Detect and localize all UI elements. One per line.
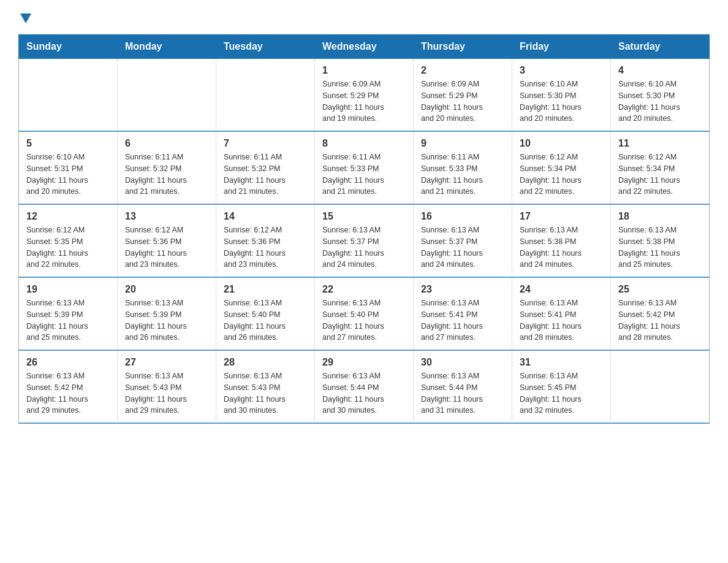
day-info: Sunrise: 6:13 AM Sunset: 5:38 PM Dayligh… (520, 224, 603, 270)
calendar-cell: 9Sunrise: 6:11 AM Sunset: 5:33 PM Daylig… (414, 131, 512, 204)
calendar-cell: 21Sunrise: 6:13 AM Sunset: 5:40 PM Dayli… (216, 277, 315, 350)
calendar-header-friday: Friday (512, 35, 611, 59)
calendar-cell: 10Sunrise: 6:12 AM Sunset: 5:34 PM Dayli… (512, 131, 611, 204)
calendar-week-row: 5Sunrise: 6:10 AM Sunset: 5:31 PM Daylig… (19, 131, 710, 204)
day-number: 27 (125, 357, 208, 368)
calendar-cell: 16Sunrise: 6:13 AM Sunset: 5:37 PM Dayli… (414, 204, 512, 277)
day-info: Sunrise: 6:13 AM Sunset: 5:45 PM Dayligh… (520, 370, 603, 416)
calendar-cell: 25Sunrise: 6:13 AM Sunset: 5:42 PM Dayli… (611, 277, 710, 350)
calendar-cell (611, 350, 710, 423)
calendar-cell: 6Sunrise: 6:11 AM Sunset: 5:32 PM Daylig… (118, 131, 216, 204)
day-info: Sunrise: 6:13 AM Sunset: 5:40 PM Dayligh… (224, 297, 307, 343)
day-number: 26 (26, 357, 110, 368)
calendar-header-saturday: Saturday (611, 35, 710, 59)
day-number: 10 (520, 138, 603, 149)
day-info: Sunrise: 6:10 AM Sunset: 5:30 PM Dayligh… (618, 79, 702, 124)
day-info: Sunrise: 6:10 AM Sunset: 5:31 PM Dayligh… (26, 151, 110, 197)
calendar-header-monday: Monday (118, 35, 216, 59)
calendar-cell: 12Sunrise: 6:12 AM Sunset: 5:35 PM Dayli… (19, 204, 118, 277)
day-number: 8 (322, 138, 406, 149)
day-number: 3 (520, 65, 603, 76)
calendar-header-tuesday: Tuesday (216, 35, 315, 59)
day-info: Sunrise: 6:13 AM Sunset: 5:44 PM Dayligh… (421, 370, 504, 416)
calendar-cell: 14Sunrise: 6:12 AM Sunset: 5:36 PM Dayli… (216, 204, 315, 277)
day-info: Sunrise: 6:11 AM Sunset: 5:33 PM Dayligh… (421, 151, 504, 197)
day-number: 18 (618, 211, 702, 222)
calendar-header-sunday: Sunday (19, 35, 118, 59)
day-info: Sunrise: 6:12 AM Sunset: 5:35 PM Dayligh… (26, 224, 110, 270)
calendar-cell: 19Sunrise: 6:13 AM Sunset: 5:39 PM Dayli… (19, 277, 118, 350)
day-number: 25 (618, 284, 702, 295)
day-number: 5 (26, 138, 110, 149)
day-number: 9 (421, 138, 504, 149)
day-info: Sunrise: 6:12 AM Sunset: 5:36 PM Dayligh… (125, 224, 208, 270)
day-info: Sunrise: 6:13 AM Sunset: 5:39 PM Dayligh… (26, 297, 110, 343)
day-info: Sunrise: 6:13 AM Sunset: 5:38 PM Dayligh… (618, 224, 702, 270)
calendar-cell: 24Sunrise: 6:13 AM Sunset: 5:41 PM Dayli… (512, 277, 611, 350)
day-info: Sunrise: 6:12 AM Sunset: 5:34 PM Dayligh… (520, 151, 603, 197)
calendar-cell: 1Sunrise: 6:09 AM Sunset: 5:29 PM Daylig… (315, 59, 414, 132)
calendar-cell: 20Sunrise: 6:13 AM Sunset: 5:39 PM Dayli… (118, 277, 216, 350)
day-number: 16 (421, 211, 504, 222)
day-info: Sunrise: 6:10 AM Sunset: 5:30 PM Dayligh… (520, 79, 603, 124)
day-info: Sunrise: 6:13 AM Sunset: 5:41 PM Dayligh… (520, 297, 603, 343)
day-number: 31 (520, 357, 603, 368)
day-info: Sunrise: 6:13 AM Sunset: 5:42 PM Dayligh… (26, 370, 110, 416)
day-info: Sunrise: 6:11 AM Sunset: 5:33 PM Dayligh… (322, 151, 406, 197)
page-header (18, 12, 710, 22)
day-info: Sunrise: 6:13 AM Sunset: 5:43 PM Dayligh… (224, 370, 307, 416)
calendar-cell: 7Sunrise: 6:11 AM Sunset: 5:32 PM Daylig… (216, 131, 315, 204)
day-number: 20 (125, 284, 208, 295)
day-number: 11 (618, 138, 702, 149)
day-number: 4 (618, 65, 702, 76)
day-number: 28 (224, 357, 307, 368)
day-info: Sunrise: 6:09 AM Sunset: 5:29 PM Dayligh… (322, 79, 406, 124)
day-number: 17 (520, 211, 603, 222)
day-number: 12 (26, 211, 110, 222)
day-info: Sunrise: 6:13 AM Sunset: 5:42 PM Dayligh… (618, 297, 702, 343)
calendar-cell: 29Sunrise: 6:13 AM Sunset: 5:44 PM Dayli… (315, 350, 414, 423)
day-number: 6 (125, 138, 208, 149)
calendar-cell: 8Sunrise: 6:11 AM Sunset: 5:33 PM Daylig… (315, 131, 414, 204)
day-number: 1 (322, 65, 406, 76)
calendar-cell: 13Sunrise: 6:12 AM Sunset: 5:36 PM Dayli… (118, 204, 216, 277)
day-info: Sunrise: 6:09 AM Sunset: 5:29 PM Dayligh… (421, 79, 504, 124)
day-info: Sunrise: 6:12 AM Sunset: 5:36 PM Dayligh… (224, 224, 307, 270)
calendar-cell: 4Sunrise: 6:10 AM Sunset: 5:30 PM Daylig… (611, 59, 710, 132)
calendar-cell: 18Sunrise: 6:13 AM Sunset: 5:38 PM Dayli… (611, 204, 710, 277)
calendar-cell: 27Sunrise: 6:13 AM Sunset: 5:43 PM Dayli… (118, 350, 216, 423)
calendar-cell (19, 59, 118, 132)
day-number: 15 (322, 211, 406, 222)
calendar-cell: 28Sunrise: 6:13 AM Sunset: 5:43 PM Dayli… (216, 350, 315, 423)
calendar-week-row: 1Sunrise: 6:09 AM Sunset: 5:29 PM Daylig… (19, 59, 710, 132)
day-info: Sunrise: 6:13 AM Sunset: 5:39 PM Dayligh… (125, 297, 208, 343)
calendar-cell: 3Sunrise: 6:10 AM Sunset: 5:30 PM Daylig… (512, 59, 611, 132)
day-number: 14 (224, 211, 307, 222)
calendar-header-row: SundayMondayTuesdayWednesdayThursdayFrid… (19, 35, 710, 59)
day-number: 30 (421, 357, 504, 368)
calendar-cell: 11Sunrise: 6:12 AM Sunset: 5:34 PM Dayli… (611, 131, 710, 204)
day-number: 22 (322, 284, 406, 295)
calendar-header-wednesday: Wednesday (315, 35, 414, 59)
day-info: Sunrise: 6:12 AM Sunset: 5:34 PM Dayligh… (618, 151, 702, 197)
calendar-week-row: 26Sunrise: 6:13 AM Sunset: 5:42 PM Dayli… (19, 350, 710, 423)
day-number: 7 (224, 138, 307, 149)
calendar-cell: 30Sunrise: 6:13 AM Sunset: 5:44 PM Dayli… (414, 350, 512, 423)
calendar-cell (118, 59, 216, 132)
calendar-cell: 5Sunrise: 6:10 AM Sunset: 5:31 PM Daylig… (19, 131, 118, 204)
calendar-cell: 31Sunrise: 6:13 AM Sunset: 5:45 PM Dayli… (512, 350, 611, 423)
day-number: 29 (322, 357, 406, 368)
calendar-week-row: 12Sunrise: 6:12 AM Sunset: 5:35 PM Dayli… (19, 204, 710, 277)
calendar-week-row: 19Sunrise: 6:13 AM Sunset: 5:39 PM Dayli… (19, 277, 710, 350)
day-number: 19 (26, 284, 110, 295)
calendar-cell: 23Sunrise: 6:13 AM Sunset: 5:41 PM Dayli… (414, 277, 512, 350)
day-number: 23 (421, 284, 504, 295)
day-number: 2 (421, 65, 504, 76)
day-info: Sunrise: 6:11 AM Sunset: 5:32 PM Dayligh… (224, 151, 307, 197)
logo (18, 12, 31, 22)
day-info: Sunrise: 6:13 AM Sunset: 5:41 PM Dayligh… (421, 297, 504, 343)
calendar-cell: 22Sunrise: 6:13 AM Sunset: 5:40 PM Dayli… (315, 277, 414, 350)
day-info: Sunrise: 6:13 AM Sunset: 5:40 PM Dayligh… (322, 297, 406, 343)
calendar-cell: 17Sunrise: 6:13 AM Sunset: 5:38 PM Dayli… (512, 204, 611, 277)
logo-triangle-icon (20, 13, 31, 23)
